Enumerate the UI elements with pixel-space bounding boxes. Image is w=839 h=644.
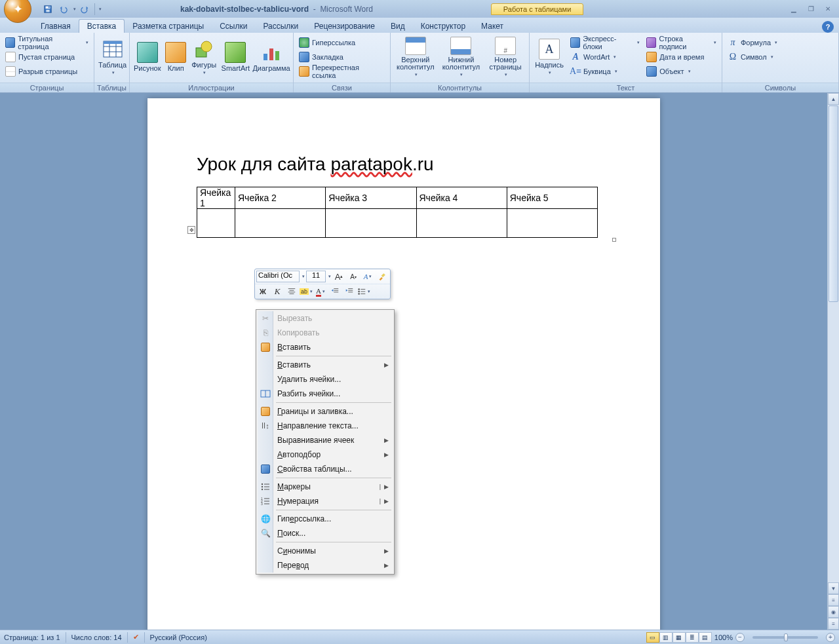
object-button[interactable]: Объект▾ bbox=[644, 64, 719, 78]
mini-font-combo[interactable]: Calibri (Ос bbox=[256, 271, 300, 282]
status-word-count[interactable]: Число слов: 14 bbox=[71, 634, 122, 641]
blank-page-button[interactable]: Пустая страница bbox=[3, 50, 91, 64]
clip-button[interactable]: Клип bbox=[164, 35, 188, 79]
decrease-indent-button[interactable] bbox=[328, 286, 341, 297]
ctx-text-direction[interactable]: ⅼⅼ↕Направление текста... bbox=[258, 419, 393, 433]
ctx-translate[interactable]: Перевод▶ bbox=[258, 558, 393, 573]
restore-button[interactable]: ❐ bbox=[804, 4, 818, 14]
table-cell[interactable] bbox=[507, 209, 597, 238]
print-layout-view-button[interactable]: ▭ bbox=[646, 632, 659, 643]
ctx-table-properties[interactable]: Свойства таблицы... bbox=[258, 462, 393, 476]
tab-view[interactable]: Вид bbox=[383, 20, 413, 33]
shapes-button[interactable]: Фигуры▾ bbox=[189, 35, 219, 79]
shrink-font-button[interactable]: A▾ bbox=[347, 271, 360, 282]
outline-view-button[interactable]: ≣ bbox=[686, 632, 699, 643]
table-cell[interactable]: Ячейка 1 bbox=[197, 187, 235, 209]
ctx-copy[interactable]: ⎘Копировать bbox=[258, 326, 393, 340]
symbol-button[interactable]: ΩСимвол▾ bbox=[725, 50, 780, 64]
table-cell[interactable]: Ячейка 3 bbox=[326, 187, 416, 209]
bold-button[interactable]: Ж bbox=[256, 286, 269, 297]
dropcap-button[interactable]: A≡Буквица▾ bbox=[568, 64, 642, 78]
bookmark-button[interactable]: Закладка bbox=[296, 50, 387, 64]
scrollbar-thumb[interactable] bbox=[829, 105, 838, 302]
prev-page-button[interactable]: ≡ bbox=[828, 594, 839, 606]
document-heading[interactable]: Урок для сайта paratapok.ru bbox=[197, 154, 611, 175]
tab-page-layout[interactable]: Разметка страницы bbox=[125, 20, 212, 33]
header-button[interactable]: Верхний колонтитул▾ bbox=[393, 35, 438, 79]
table-cell[interactable] bbox=[326, 209, 416, 238]
ctx-split-cells[interactable]: Разбить ячейки... bbox=[258, 387, 393, 401]
table-cell[interactable] bbox=[416, 209, 507, 238]
grow-font-button[interactable]: A▴ bbox=[332, 271, 345, 282]
fullscreen-reading-view-button[interactable]: ▥ bbox=[659, 632, 673, 643]
zoom-level[interactable]: 100% bbox=[714, 634, 733, 641]
tab-mailings[interactable]: Рассылки bbox=[255, 20, 306, 33]
status-page[interactable]: Страница: 1 из 1 bbox=[4, 634, 60, 641]
ctx-delete-cells[interactable]: Удалить ячейки... bbox=[258, 372, 393, 387]
ctx-borders[interactable]: Границы и заливка... bbox=[258, 404, 393, 419]
scrollbar-track[interactable] bbox=[828, 303, 839, 582]
increase-indent-button[interactable] bbox=[343, 286, 356, 297]
page-number-button[interactable]: #Номер страницы▾ bbox=[484, 35, 526, 79]
tab-references[interactable]: Ссылки bbox=[212, 20, 255, 33]
italic-button[interactable]: К bbox=[271, 286, 284, 297]
web-layout-view-button[interactable]: ▦ bbox=[673, 632, 686, 643]
qat-customize-icon[interactable]: ▾ bbox=[99, 7, 102, 12]
draft-view-button[interactable]: ▤ bbox=[699, 632, 712, 643]
proofing-icon[interactable]: ✔ bbox=[133, 633, 139, 641]
chevron-down-icon[interactable]: ▾ bbox=[328, 274, 331, 279]
format-painter-button[interactable] bbox=[376, 271, 389, 282]
wordart-button[interactable]: AWordArt▾ bbox=[568, 50, 642, 64]
date-time-button[interactable]: Дата и время bbox=[644, 50, 719, 64]
zoom-out-button[interactable]: − bbox=[735, 633, 745, 642]
bullets-mini-button[interactable]: ▾ bbox=[357, 286, 370, 297]
minimize-button[interactable]: ▁ bbox=[787, 4, 801, 14]
table-resize-handle[interactable] bbox=[612, 238, 616, 242]
cross-reference-button[interactable]: Перекрестная ссылка bbox=[296, 64, 387, 78]
center-align-button[interactable] bbox=[285, 286, 298, 297]
ctx-cell-alignment[interactable]: Выравнивание ячеек▶ bbox=[258, 433, 393, 447]
chevron-down-icon[interactable]: ▾ bbox=[302, 274, 305, 279]
table-move-handle[interactable]: ✥ bbox=[187, 226, 195, 234]
highlight-button[interactable]: ab▾ bbox=[300, 286, 313, 297]
close-button[interactable]: ✕ bbox=[821, 4, 835, 14]
ctx-bullets[interactable]: Маркеры|▶ bbox=[258, 480, 393, 494]
ctx-cut[interactable]: ✂Вырезать bbox=[258, 311, 393, 326]
hyperlink-button[interactable]: Гиперссылка bbox=[296, 35, 387, 49]
signature-line-button[interactable]: Строка подписи▾ bbox=[644, 35, 719, 49]
next-page-button[interactable]: ≡ bbox=[828, 618, 839, 630]
tab-home[interactable]: Главная bbox=[33, 20, 79, 33]
zoom-slider[interactable] bbox=[752, 636, 818, 639]
ctx-synonyms[interactable]: Синонимы▶ bbox=[258, 544, 393, 558]
undo-dropdown-icon[interactable]: ▾ bbox=[73, 7, 76, 12]
title-page-button[interactable]: Титульная страница▾ bbox=[3, 35, 91, 49]
zoom-in-button[interactable]: + bbox=[826, 633, 835, 642]
table-row[interactable] bbox=[197, 209, 598, 238]
redo-button[interactable] bbox=[77, 3, 92, 16]
table-cell[interactable] bbox=[235, 209, 326, 238]
tab-table-design[interactable]: Конструктор bbox=[413, 20, 473, 33]
document-page[interactable]: Урок для сайта paratapok.ru ✥ Ячейка 1 Я… bbox=[147, 98, 660, 630]
scroll-down-button[interactable]: ▼ bbox=[828, 582, 839, 594]
mini-size-combo[interactable]: 11 bbox=[306, 271, 326, 282]
font-color-button[interactable]: A▾ bbox=[314, 286, 327, 297]
ctx-numbering[interactable]: 123Нумерация|▶ bbox=[258, 494, 393, 508]
scroll-up-button[interactable]: ▲ bbox=[828, 93, 839, 105]
table-cell[interactable] bbox=[197, 209, 235, 238]
help-button[interactable]: ? bbox=[822, 21, 834, 33]
status-language[interactable]: Русский (Россия) bbox=[150, 634, 207, 641]
save-button[interactable] bbox=[41, 3, 55, 16]
smartart-button[interactable]: SmartArt bbox=[220, 35, 251, 79]
quick-parts-button[interactable]: Экспресс-блоки▾ bbox=[568, 35, 642, 49]
picture-button[interactable]: Рисунок bbox=[132, 35, 163, 79]
styles-button[interactable]: A▾ bbox=[361, 271, 374, 282]
browse-object-button[interactable]: ◉ bbox=[828, 606, 839, 618]
table-row[interactable]: Ячейка 1 Ячейка 2 Ячейка 3 Ячейка 4 Ячей… bbox=[197, 187, 598, 209]
table-button[interactable]: Таблица▾ bbox=[97, 35, 128, 79]
tab-table-layout[interactable]: Макет bbox=[473, 20, 511, 33]
footer-button[interactable]: Нижний колонтитул▾ bbox=[439, 35, 484, 79]
ctx-insert[interactable]: Вставить▶ bbox=[258, 358, 393, 372]
equation-button[interactable]: πФормула▾ bbox=[725, 35, 780, 49]
chart-button[interactable]: Диаграмма bbox=[252, 35, 290, 79]
ctx-autofit[interactable]: Автоподбор▶ bbox=[258, 447, 393, 462]
